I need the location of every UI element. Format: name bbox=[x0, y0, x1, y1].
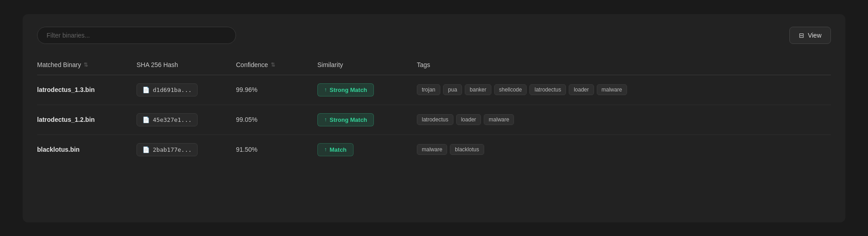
table-row: latrodectus_1.3.bin📄d1d691ba...99.96%↑St… bbox=[37, 75, 831, 105]
view-button-label: View bbox=[808, 32, 821, 39]
similarity-badge: ↑Strong Match bbox=[317, 83, 374, 96]
col-header-confidence: Confidence ⇅ bbox=[236, 57, 317, 75]
tag[interactable]: latrodectus bbox=[529, 84, 566, 95]
similarity-label: Strong Match bbox=[330, 116, 367, 123]
table-header: Matched Binary ⇅ SHA 256 Hash Confidence… bbox=[37, 57, 831, 75]
copy-icon: 📄 bbox=[142, 87, 150, 93]
tags-container: trojanpuabankershellcodelatrodectusloade… bbox=[417, 84, 831, 95]
col-header-sha256: SHA 256 Hash bbox=[137, 57, 236, 75]
tag[interactable]: loader bbox=[569, 84, 594, 95]
tag[interactable]: loader bbox=[456, 114, 481, 125]
confidence-value: 91.50% bbox=[236, 146, 257, 153]
hash-badge[interactable]: 📄2bab177e... bbox=[137, 143, 198, 156]
hash-badge[interactable]: 📄d1d691ba... bbox=[137, 83, 198, 96]
header-row: Matched Binary ⇅ SHA 256 Hash Confidence… bbox=[37, 57, 831, 75]
table-body: latrodectus_1.3.bin📄d1d691ba...99.96%↑St… bbox=[37, 75, 831, 164]
confidence-value: 99.96% bbox=[236, 86, 257, 93]
similarity-label: Strong Match bbox=[330, 87, 367, 93]
arrow-up-icon: ↑ bbox=[324, 146, 327, 153]
hash-badge[interactable]: 📄45e327e1... bbox=[137, 113, 198, 126]
binaries-table: Matched Binary ⇅ SHA 256 Hash Confidence… bbox=[37, 57, 831, 164]
binary-name: blacklotus.bin bbox=[37, 146, 80, 153]
tag[interactable]: blacklotus bbox=[450, 144, 484, 155]
tag[interactable]: trojan bbox=[417, 84, 440, 95]
confidence-value: 99.05% bbox=[236, 116, 257, 123]
binary-name: latrodectus_1.3.bin bbox=[37, 86, 95, 93]
hash-value: 45e327e1... bbox=[153, 116, 192, 123]
hash-value: 2bab177e... bbox=[153, 146, 192, 153]
tag[interactable]: malware bbox=[417, 144, 447, 155]
table-row: blacklotus.bin📄2bab177e...91.50%↑Matchma… bbox=[37, 135, 831, 164]
table-row: latrodectus_1.2.bin📄45e327e1...99.05%↑St… bbox=[37, 105, 831, 135]
hash-value: d1d691ba... bbox=[153, 87, 192, 93]
similarity-label: Match bbox=[330, 146, 347, 153]
filter-input[interactable] bbox=[37, 27, 236, 44]
arrow-up-icon: ↑ bbox=[324, 87, 327, 93]
tags-container: latrodectusloadermalware bbox=[417, 114, 831, 125]
arrow-up-icon: ↑ bbox=[324, 116, 327, 123]
col-header-tags: Tags bbox=[417, 57, 831, 75]
main-container: ⊟ View Matched Binary ⇅ SHA 256 Hash Con… bbox=[23, 14, 845, 222]
copy-icon: 📄 bbox=[142, 146, 150, 153]
tag[interactable]: banker bbox=[465, 84, 491, 95]
similarity-badge: ↑Match bbox=[317, 143, 354, 156]
tag[interactable]: pua bbox=[443, 84, 462, 95]
tag[interactable]: malware bbox=[484, 114, 514, 125]
tags-container: malwareblacklotus bbox=[417, 144, 831, 155]
tag[interactable]: malware bbox=[597, 84, 627, 95]
filter-icon: ⊟ bbox=[799, 32, 804, 39]
sort-icon-binary[interactable]: ⇅ bbox=[84, 62, 88, 68]
sort-icon-confidence[interactable]: ⇅ bbox=[271, 62, 275, 68]
view-button[interactable]: ⊟ View bbox=[789, 27, 831, 44]
tag[interactable]: shellcode bbox=[494, 84, 527, 95]
col-header-similarity: Similarity bbox=[317, 57, 417, 75]
binary-name: latrodectus_1.2.bin bbox=[37, 116, 95, 123]
col-header-binary: Matched Binary ⇅ bbox=[37, 57, 137, 75]
toolbar: ⊟ View bbox=[37, 27, 831, 44]
tag[interactable]: latrodectus bbox=[417, 114, 453, 125]
copy-icon: 📄 bbox=[142, 116, 150, 123]
similarity-badge: ↑Strong Match bbox=[317, 113, 374, 126]
